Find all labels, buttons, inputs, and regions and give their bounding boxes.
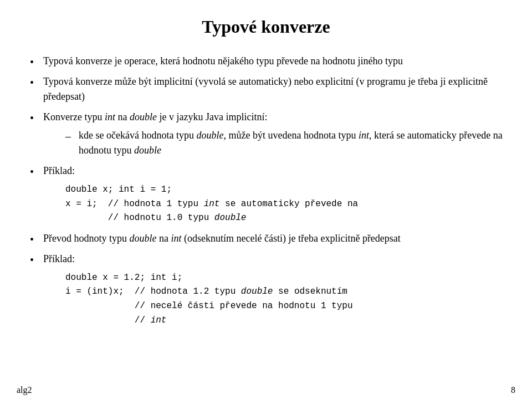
slide-content: Typová konverze je operace, která hodnot… (28, 54, 504, 328)
bullet-2-text: Typová konverze může být implicitní (vyv… (43, 76, 488, 102)
bullet-4-text: Příklad: (43, 165, 75, 176)
bullet-6-text: Příklad: (43, 253, 75, 264)
list-item-2: Typová konverze může být implicitní (vyv… (28, 74, 504, 104)
footer-right: 8 (511, 385, 515, 395)
slide-container: Typové konverze Typová konverze je opera… (0, 0, 532, 404)
footer-left: alg2 (17, 385, 32, 395)
list-item-1: Typová konverze je operace, která hodnot… (28, 54, 504, 69)
sub-bullet-3-1-text: kde se očekává hodnota typu double, může… (79, 130, 503, 156)
list-item-6: Příklad: double x = 1.2; int i; i = (int… (28, 252, 504, 328)
code-block-1: double x; int i = 1; x = i; // hodnota 1… (65, 183, 504, 226)
slide-title: Typové konverze (28, 17, 504, 37)
sub-list-3: kde se očekává hodnota typu double, může… (43, 128, 504, 158)
slide-footer: alg2 8 (17, 385, 515, 395)
main-list: Typová konverze je operace, která hodnot… (28, 54, 504, 328)
bullet-3-text: Konverze typu int na double je v jazyku … (43, 111, 267, 122)
code-block-2: double x = 1.2; int i; i = (int)x; // ho… (65, 271, 504, 328)
list-item-5: Převod hodnoty typu double na int (odsek… (28, 231, 504, 246)
list-item-4: Příklad: double x; int i = 1; x = i; // … (28, 163, 504, 226)
list-item-3: Konverze typu int na double je v jazyku … (28, 110, 504, 158)
bullet-5-text: Převod hodnoty typu double na int (odsek… (43, 233, 401, 244)
bullet-1-text: Typová konverze je operace, která hodnot… (43, 55, 403, 67)
sub-list-item-3-1: kde se očekává hodnota typu double, může… (65, 128, 504, 158)
